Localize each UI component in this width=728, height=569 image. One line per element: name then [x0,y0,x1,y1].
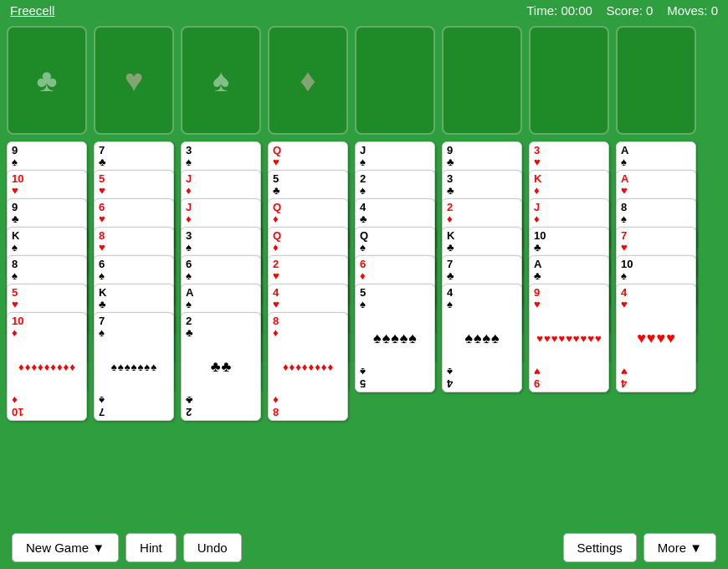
time-display: Time: 00:00 [526,3,592,18]
table-row[interactable]: 9♥♥♥♥♥♥♥♥♥♥9♥ [529,284,609,392]
foundation-1[interactable] [355,26,435,135]
column-1[interactable]: 9♠♠♠♠♠♠♠♠♠♠9♠10♥♥♥♥♥♥♥♥♥♥10♥9♣♣♣♣♣♣♣♣♣♣9… [7,141,87,476]
table-row[interactable]: 4♠♠♠♠♠4♠ [442,284,522,392]
free-cell-2[interactable]: ♥ [94,26,174,135]
table-row[interactable]: 7♠♠♠♠♠♠♠♠7♠ [94,312,174,421]
bottom-right-buttons: Settings More ▼ [563,533,716,562]
bottom-left-buttons: New Game ▼ Hint Undo [12,533,242,562]
game-title[interactable]: Freecell [10,3,54,18]
hearts-icon: ♥ [125,63,144,99]
undo-button[interactable]: Undo [183,533,242,562]
foundation-2[interactable] [442,26,522,135]
column-6[interactable]: 9♣♣♣♣♣♣♣♣♣♣9♣3♣♣♣♣3♣2♦♦♦2♦K♣♣👑K♣7♣♣♣♣♣♣♣… [442,141,522,476]
top-bar: Freecell Time: 00:00 Score: 0 Moves: 0 [0,0,728,21]
column-7[interactable]: 3♥♥♥♥3♥K♦♦👑K♦J♦♦👑J♦10♣♣♣♣♣♣♣♣♣♣10♣A♣♣A♣9… [529,141,609,476]
new-game-button[interactable]: New Game ▼ [12,533,119,562]
column-8[interactable]: A♠♠A♠A♥♥A♥8♠♠♠♠♠♠♠♠♠8♠7♥♥♥♥♥♥♥♥7♥10♠♠♠♠♠… [616,141,696,476]
game-area: ♣ ♥ ♠ ♦ 9♠♠♠♠♠♠♠♠♠♠9♠10♥♥♥♥♥♥♥♥♥♥10♥9♣♣♣… [0,21,728,481]
free-cell-3[interactable]: ♠ [181,26,261,135]
bottom-bar: New Game ▼ Hint Undo Settings More ▼ [0,525,728,569]
table-row[interactable]: 4♥♥♥♥♥4♥ [616,284,696,392]
foundation-3[interactable] [529,26,609,135]
column-2[interactable]: 7♣♣♣♣♣♣♣♣7♣5♥♥♥♥♥♥5♥6♥♥♥♥♥♥♥6♥8♥♥♥♥♥♥♥♥♥… [94,141,174,476]
table-row[interactable]: 2♣♣♣2♣ [181,312,261,421]
clubs-icon: ♣ [37,63,58,99]
hint-button[interactable]: Hint [126,533,177,562]
moves-display: Moves: 0 [667,3,718,18]
table-row[interactable]: 8♦♦♦♦♦♦♦♦♦8♦ [268,312,348,421]
free-cell-1[interactable]: ♣ [7,26,87,135]
score-display: Score: 0 [607,3,654,18]
column-3[interactable]: 3♠♠♠♠3♠J♦♦👑J♦J♦♦👑J♦3♠♠♠♠3♠6♠♠♠♠♠♠♠6♠A♠♠A… [181,141,261,476]
diamonds-icon: ♦ [300,63,315,99]
column-5[interactable]: J♠♠👑J♠2♠♠♠2♠4♣♣♣♣♣4♣Q♠♠👑Q♠6♦♦♦♦♦♦♦6♦5♠♠♠… [355,141,435,476]
table-row[interactable]: 5♠♠♠♠♠♠5♠ [355,284,435,392]
free-cell-4[interactable]: ♦ [268,26,348,135]
column-4[interactable]: Q♥♥👑Q♥5♣♣♣♣♣♣5♣Q♦♦👑Q♦Q♦♦👑Q♦2♥♥♥2♥4♥♥♥♥♥4… [268,141,348,476]
columns-area: 9♠♠♠♠♠♠♠♠♠♠9♠10♥♥♥♥♥♥♥♥♥♥10♥9♣♣♣♣♣♣♣♣♣♣9… [7,141,721,476]
stats-area: Time: 00:00 Score: 0 Moves: 0 [526,3,718,18]
settings-button[interactable]: Settings [563,533,637,562]
top-row: ♣ ♥ ♠ ♦ [7,26,721,135]
more-button[interactable]: More ▼ [643,533,716,562]
spades-icon: ♠ [213,63,229,99]
foundation-4[interactable] [616,26,696,135]
table-row[interactable]: 10♦♦♦♦♦♦♦♦♦♦10♦ [7,312,87,421]
